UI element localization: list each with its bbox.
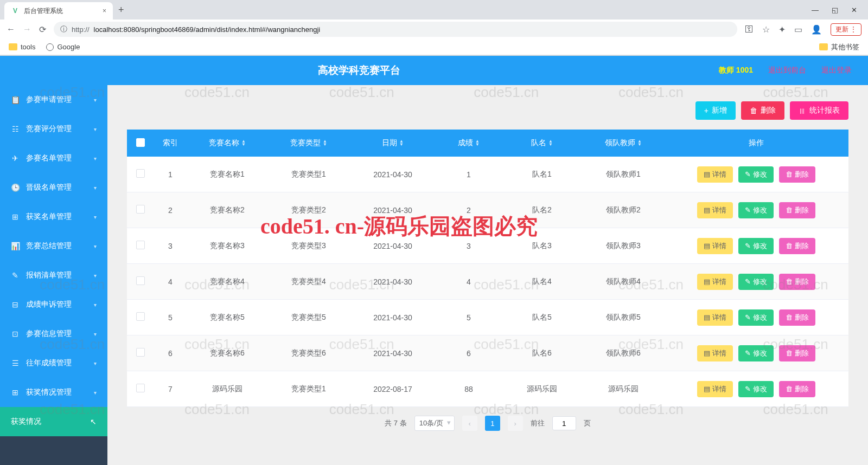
key-icon[interactable]: ⚿	[745, 24, 754, 34]
table-row: 3 竞赛名称3 竞赛类型3 2021-04-30 3 队名3 领队教师3 ▤详情…	[127, 228, 848, 264]
cell-name: 竞赛名称5	[187, 313, 268, 322]
exit-to-front-link[interactable]: 退出到前台	[768, 66, 806, 75]
sidebar-item[interactable]: ⊟成绩申诉管理▾	[0, 290, 107, 319]
detail-button[interactable]: ▤详情	[697, 274, 733, 290]
browser-chrome: V 后台管理系统 × + — ◱ ✕ ← → ⟳ ⓘ http://localh…	[0, 0, 868, 56]
detail-button[interactable]: ▤详情	[697, 309, 733, 326]
url-input[interactable]: ⓘ http://localhost:8080/springboot46869/…	[54, 22, 737, 37]
select-all-checkbox[interactable]	[136, 138, 145, 147]
nav-forward-icon[interactable]: →	[23, 24, 31, 34]
sidebar-item[interactable]: ⊞获奖名单管理▾	[0, 202, 107, 231]
bookmark-other[interactable]: 其他书签	[819, 42, 859, 52]
row-delete-button[interactable]: 🗑删除	[779, 309, 815, 326]
edit-button[interactable]: ✎修改	[738, 202, 774, 218]
col-teacher[interactable]: 领队教师▲▼	[583, 138, 664, 148]
sidebar-item[interactable]: ☷竞赛评分管理▾	[0, 114, 107, 144]
sidebar-item-active[interactable]: 获奖情况↖	[0, 407, 107, 436]
sort-icon: ▲▼	[548, 140, 553, 146]
sidebar-item[interactable]: ⊞获奖情况管理▾	[0, 378, 107, 407]
cell-index: 7	[154, 385, 187, 393]
col-team[interactable]: 队名▲▼	[501, 138, 583, 148]
nav-back-icon[interactable]: ←	[7, 24, 15, 34]
edit-button[interactable]: ✎修改	[738, 381, 774, 397]
add-button[interactable]: +新增	[695, 101, 736, 120]
reading-list-icon[interactable]: ▭	[794, 24, 802, 35]
row-checkbox[interactable]	[136, 241, 145, 249]
cell-team: 队名4	[501, 277, 583, 287]
window-minimize-icon[interactable]: —	[812, 6, 819, 14]
sidebar-item[interactable]: ✈参赛名单管理▾	[0, 144, 107, 173]
table-row: 7 源码乐园 竞赛类型1 2022-08-17 88 源码乐园 源码乐园 ▤详情…	[127, 371, 848, 407]
app-title: 高校学科竞赛平台	[0, 63, 719, 78]
row-checkbox[interactable]	[136, 169, 145, 178]
edit-button[interactable]: ✎修改	[738, 274, 774, 290]
menu-icon: ☰	[11, 359, 20, 367]
tab-close-icon[interactable]: ×	[103, 7, 106, 15]
url-prefix: http://	[72, 25, 90, 34]
detail-button[interactable]: ▤详情	[697, 166, 733, 183]
edit-button[interactable]: ✎修改	[738, 345, 774, 361]
row-delete-button[interactable]: 🗑删除	[779, 238, 815, 254]
data-table: 索引 竞赛名称▲▼ 竞赛类型▲▼ 日期▲▼ 成绩▲▼ 队名▲▼ 领队教师▲▼ 操…	[127, 130, 848, 407]
cell-index: 1	[154, 170, 187, 179]
profile-icon[interactable]: 👤	[811, 24, 822, 35]
pagination: 共 7 条 10条/页 ‹ 1 › 前往 页	[127, 416, 848, 431]
row-checkbox[interactable]	[136, 384, 145, 392]
cursor-icon: ↖	[90, 417, 97, 426]
logout-link[interactable]: 退出登录	[821, 66, 852, 75]
browser-tab[interactable]: V 后台管理系统 ×	[4, 2, 113, 20]
sidebar-item[interactable]: ✎报销清单管理▾	[0, 261, 107, 290]
extension-icon[interactable]: ✦	[778, 24, 786, 35]
row-delete-button[interactable]: 🗑删除	[779, 166, 815, 183]
stats-button[interactable]: ⫼统计报表	[790, 101, 848, 120]
col-date[interactable]: 日期▲▼	[349, 138, 436, 148]
row-checkbox[interactable]	[136, 205, 145, 214]
sidebar-item[interactable]: 📊竞赛总结管理▾	[0, 231, 107, 261]
sidebar-item[interactable]: ☰往年成绩管理▾	[0, 348, 107, 378]
detail-button[interactable]: ▤详情	[697, 238, 733, 254]
star-icon[interactable]: ☆	[762, 24, 770, 35]
page-size-select[interactable]: 10条/页	[414, 416, 455, 431]
sidebar-item[interactable]: ⊡参赛信息管理▾	[0, 319, 107, 348]
menu-icon: ☷	[11, 125, 20, 133]
delete-button[interactable]: 🗑删除	[741, 101, 784, 120]
cell-type: 竞赛类型3	[268, 241, 349, 251]
detail-button[interactable]: ▤详情	[697, 381, 733, 397]
row-checkbox[interactable]	[136, 312, 145, 321]
row-delete-button[interactable]: 🗑删除	[779, 274, 815, 290]
row-delete-button[interactable]: 🗑删除	[779, 202, 815, 218]
sidebar: 📋参赛申请管理▾☷竞赛评分管理▾✈参赛名单管理▾🕒晋级名单管理▾⊞获奖名单管理▾…	[0, 85, 107, 465]
row-checkbox[interactable]	[136, 276, 145, 285]
row-delete-button[interactable]: 🗑删除	[779, 345, 815, 361]
window-close-icon[interactable]: ✕	[851, 6, 857, 14]
goto-page-input[interactable]	[552, 416, 576, 430]
site-info-icon[interactable]: ⓘ	[60, 24, 67, 34]
window-maximize-icon[interactable]: ◱	[832, 6, 838, 14]
page-prev-button[interactable]: ‹	[462, 416, 477, 431]
edit-button[interactable]: ✎修改	[738, 309, 774, 326]
browser-update-button[interactable]: 更新 ⋮	[831, 23, 861, 36]
page-next-button[interactable]: ›	[508, 416, 523, 431]
edit-button[interactable]: ✎修改	[738, 238, 774, 254]
cell-score: 5	[436, 313, 501, 322]
cell-index: 2	[154, 206, 187, 215]
page-number-1[interactable]: 1	[485, 416, 500, 431]
row-delete-button[interactable]: 🗑删除	[779, 381, 815, 397]
edit-button[interactable]: ✎修改	[738, 166, 774, 183]
col-score[interactable]: 成绩▲▼	[436, 138, 501, 148]
nav-reload-icon[interactable]: ⟳	[39, 24, 46, 35]
table-row: 2 竞赛名称2 竞赛类型2 2021-04-30 2 队名2 领队教师2 ▤详情…	[127, 192, 848, 228]
detail-button[interactable]: ▤详情	[697, 202, 733, 218]
bookmark-google[interactable]: Google	[46, 43, 80, 51]
col-index[interactable]: 索引	[154, 138, 187, 148]
sort-icon: ▲▼	[399, 140, 404, 146]
sidebar-item[interactable]: 📋参赛申请管理▾	[0, 85, 107, 114]
cell-name: 竞赛名称2	[187, 205, 268, 215]
sidebar-item[interactable]: 🕒晋级名单管理▾	[0, 173, 107, 202]
bookmark-tools[interactable]: tools	[9, 43, 35, 51]
col-name[interactable]: 竞赛名称▲▼	[187, 138, 268, 148]
col-type[interactable]: 竞赛类型▲▼	[268, 138, 349, 148]
new-tab-button[interactable]: +	[113, 4, 130, 16]
detail-button[interactable]: ▤详情	[697, 345, 733, 361]
row-checkbox[interactable]	[136, 348, 145, 357]
